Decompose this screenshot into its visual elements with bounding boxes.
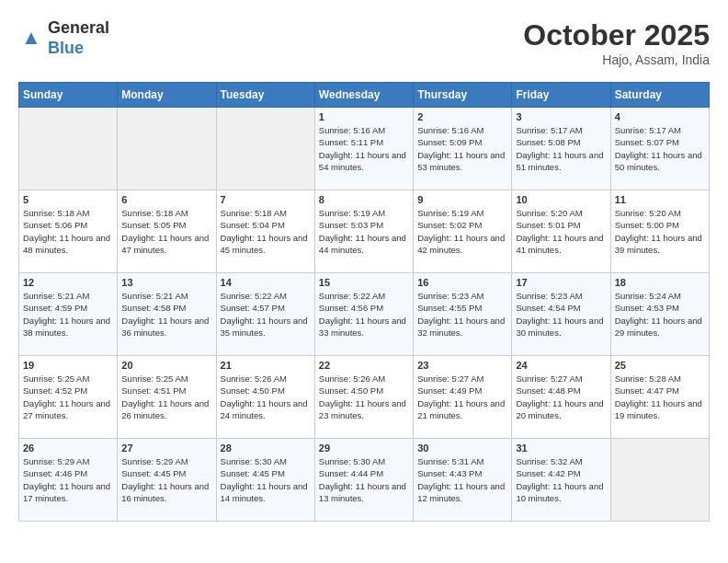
day-info: Daylight: 11 hours and 12 minutes. [417,480,507,505]
calendar-cell: 13Sunrise: 5:21 AMSunset: 4:58 PMDayligh… [118,273,216,356]
day-number: 16 [417,277,507,288]
day-info: Daylight: 11 hours and 30 minutes. [516,315,606,339]
day-info: Daylight: 11 hours and 36 minutes. [121,315,211,339]
day-number: 1 [319,111,409,122]
calendar-week-5: 26Sunrise: 5:29 AMSunset: 4:46 PMDayligh… [19,439,710,522]
day-info: Daylight: 11 hours and 45 minutes. [221,232,311,257]
day-number: 8 [319,194,409,205]
day-number: 22 [319,360,409,371]
day-info: Sunset: 4:55 PM [417,302,507,314]
calendar-cell: 17Sunrise: 5:23 AMSunset: 4:54 PMDayligh… [512,273,610,356]
day-info: Sunset: 5:11 PM [319,136,409,148]
day-info: Sunrise: 5:17 AM [615,124,705,136]
calendar-header: SundayMondayTuesdayWednesdayThursdayFrid… [19,83,710,108]
day-info: Sunrise: 5:30 AM [319,455,409,467]
day-info: Sunset: 4:43 PM [417,467,507,479]
day-info: Daylight: 11 hours and 23 minutes. [319,397,409,422]
day-number: 29 [319,442,409,454]
day-info: Sunrise: 5:22 AM [319,290,409,302]
day-number: 6 [121,194,211,205]
day-info: Sunset: 4:45 PM [121,467,211,479]
calendar-cell: 14Sunrise: 5:22 AMSunset: 4:57 PMDayligh… [216,273,314,356]
day-info: Sunrise: 5:18 AM [121,207,211,219]
day-info: Sunset: 4:45 PM [221,467,311,479]
calendar-cell: 19Sunrise: 5:25 AMSunset: 4:52 PMDayligh… [19,356,118,439]
day-info: Sunset: 4:49 PM [417,385,507,396]
day-info: Daylight: 11 hours and 42 minutes. [417,232,507,257]
day-info: Sunset: 4:44 PM [319,467,409,479]
day-info: Sunrise: 5:27 AM [516,373,606,385]
day-number: 25 [615,360,705,371]
calendar-cell: 21Sunrise: 5:26 AMSunset: 4:50 PMDayligh… [216,356,314,439]
calendar-cell: 20Sunrise: 5:25 AMSunset: 4:51 PMDayligh… [118,356,216,439]
day-info: Daylight: 11 hours and 35 minutes. [221,315,311,339]
day-info: Sunrise: 5:26 AM [221,373,311,385]
title-block: October 2025 Hajo, Assam, India [523,18,710,67]
day-info: Sunset: 4:52 PM [23,385,113,396]
calendar-cell: 23Sunrise: 5:27 AMSunset: 4:49 PMDayligh… [414,356,512,439]
day-info: Sunset: 4:47 PM [615,385,705,396]
day-info: Sunrise: 5:16 AM [319,124,409,136]
day-info: Sunset: 5:06 PM [23,219,113,231]
day-info: Sunset: 5:05 PM [121,219,211,231]
calendar-cell: 5Sunrise: 5:18 AMSunset: 5:06 PMDaylight… [19,190,118,273]
day-info: Daylight: 11 hours and 17 minutes. [23,480,113,505]
day-number: 5 [23,194,113,205]
day-info: Sunrise: 5:21 AM [121,290,211,302]
day-info: Sunrise: 5:21 AM [23,290,113,302]
weekday-header-friday: Friday [512,83,610,108]
day-number: 27 [121,442,211,454]
calendar-cell [118,108,216,190]
month-title: October 2025 [523,18,710,52]
weekday-header-tuesday: Tuesday [216,83,314,108]
weekday-header-wednesday: Wednesday [314,83,413,108]
calendar-cell: 24Sunrise: 5:27 AMSunset: 4:48 PMDayligh… [512,356,610,439]
day-info: Sunrise: 5:30 AM [221,455,311,467]
day-info: Daylight: 11 hours and 47 minutes. [121,232,211,257]
day-number: 14 [221,277,311,288]
day-info: Sunrise: 5:19 AM [319,207,409,219]
day-info: Sunrise: 5:29 AM [23,455,113,467]
day-info: Daylight: 11 hours and 32 minutes. [417,315,507,339]
day-info: Daylight: 11 hours and 19 minutes. [615,397,705,422]
calendar-week-3: 12Sunrise: 5:21 AMSunset: 4:59 PMDayligh… [19,273,710,356]
day-info: Sunrise: 5:22 AM [221,290,311,302]
day-number: 24 [516,360,606,371]
day-info: Sunset: 4:46 PM [23,467,113,479]
logo-text: General Blue [48,18,109,58]
day-info: Sunset: 4:42 PM [516,467,606,479]
day-info: Daylight: 11 hours and 39 minutes. [615,232,705,257]
day-info: Daylight: 11 hours and 27 minutes. [23,397,113,422]
calendar-cell: 27Sunrise: 5:29 AMSunset: 4:45 PMDayligh… [118,439,216,522]
day-info: Sunrise: 5:18 AM [23,207,113,219]
day-info: Sunset: 4:51 PM [121,385,211,396]
day-number: 31 [516,442,606,454]
day-info: Daylight: 11 hours and 26 minutes. [121,397,211,422]
day-info: Sunset: 5:08 PM [516,136,606,148]
day-info: Sunset: 4:50 PM [221,385,311,396]
day-info: Daylight: 11 hours and 21 minutes. [417,397,507,422]
day-info: Sunrise: 5:23 AM [516,290,606,302]
location-subtitle: Hajo, Assam, India [523,52,710,67]
calendar-cell: 15Sunrise: 5:22 AMSunset: 4:56 PMDayligh… [314,273,413,356]
weekday-header-thursday: Thursday [414,83,512,108]
day-info: Daylight: 11 hours and 14 minutes. [221,480,311,505]
day-number: 10 [516,194,606,205]
calendar-cell: 18Sunrise: 5:24 AMSunset: 4:53 PMDayligh… [610,273,709,356]
calendar-cell: 25Sunrise: 5:28 AMSunset: 4:47 PMDayligh… [610,356,709,439]
calendar-week-1: 1Sunrise: 5:16 AMSunset: 5:11 PMDaylight… [19,108,710,190]
day-info: Sunrise: 5:32 AM [516,455,606,467]
logo-general: General [48,18,109,37]
day-info: Sunrise: 5:31 AM [417,455,507,467]
calendar-week-2: 5Sunrise: 5:18 AMSunset: 5:06 PMDaylight… [19,190,710,273]
calendar-cell: 10Sunrise: 5:20 AMSunset: 5:01 PMDayligh… [512,190,610,273]
day-info: Daylight: 11 hours and 44 minutes. [319,232,409,257]
day-info: Sunset: 4:53 PM [615,302,705,314]
day-number: 11 [615,194,705,205]
day-info: Sunrise: 5:24 AM [615,290,705,302]
day-number: 28 [221,442,311,454]
day-number: 20 [121,360,211,371]
logo-icon: ▲ [18,26,44,52]
day-number: 26 [23,442,113,454]
day-info: Sunset: 5:00 PM [615,219,705,231]
